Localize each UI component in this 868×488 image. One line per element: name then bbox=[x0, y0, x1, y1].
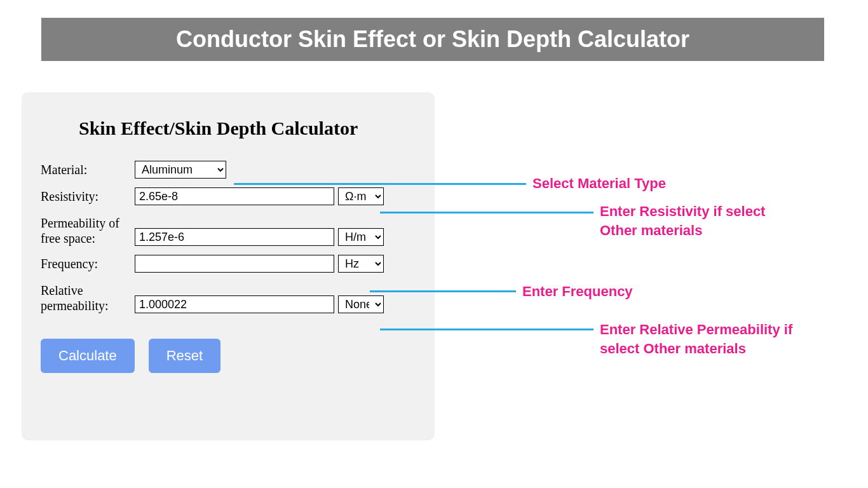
row-rel-perm: Relative permeability: None bbox=[41, 281, 416, 313]
button-row: Calculate Reset bbox=[41, 339, 416, 373]
annotation-rel-perm: Enter Relative Permeability if select Ot… bbox=[600, 320, 816, 358]
rel-perm-input[interactable] bbox=[135, 295, 334, 313]
page-banner: Conductor Skin Effect or Skin Depth Calc… bbox=[41, 18, 824, 61]
resistivity-label: Resistivity: bbox=[41, 187, 135, 204]
annotation-resistivity: Enter Resistivity if select Other materi… bbox=[600, 202, 797, 240]
annotation-line-frequency bbox=[370, 290, 516, 292]
resistivity-unit-select[interactable]: Ω·m bbox=[338, 187, 384, 205]
row-perm-free: Permeability of free space: H/m bbox=[41, 214, 416, 246]
annotation-line-material bbox=[234, 183, 526, 185]
calculate-button[interactable]: Calculate bbox=[41, 339, 135, 373]
annotation-frequency: Enter Frequency bbox=[522, 282, 633, 301]
banner-title: Conductor Skin Effect or Skin Depth Calc… bbox=[176, 26, 689, 53]
material-select[interactable]: Aluminum bbox=[135, 161, 226, 179]
annotation-line-resistivity bbox=[380, 212, 593, 214]
frequency-unit-select[interactable]: Hz bbox=[338, 255, 384, 273]
row-material: Material: Aluminum bbox=[41, 161, 416, 179]
rel-perm-label: Relative permeability: bbox=[41, 281, 135, 313]
material-label: Material: bbox=[41, 161, 135, 177]
reset-button[interactable]: Reset bbox=[149, 339, 220, 373]
row-frequency: Frequency: Hz bbox=[41, 255, 416, 273]
perm-free-unit-select[interactable]: H/m bbox=[338, 228, 384, 246]
calculator-card: Skin Effect/Skin Depth Calculator Materi… bbox=[22, 92, 435, 440]
perm-free-label: Permeability of free space: bbox=[41, 214, 135, 246]
card-title: Skin Effect/Skin Depth Calculator bbox=[79, 118, 416, 139]
row-resistivity: Resistivity: Ω·m bbox=[41, 187, 416, 205]
resistivity-input[interactable] bbox=[135, 187, 334, 205]
frequency-label: Frequency: bbox=[41, 255, 135, 271]
rel-perm-unit-select[interactable]: None bbox=[338, 295, 384, 313]
annotation-line-rel-perm bbox=[380, 329, 593, 330]
frequency-input[interactable] bbox=[135, 255, 334, 273]
annotation-material: Select Material Type bbox=[532, 174, 666, 193]
perm-free-input[interactable] bbox=[135, 228, 334, 246]
